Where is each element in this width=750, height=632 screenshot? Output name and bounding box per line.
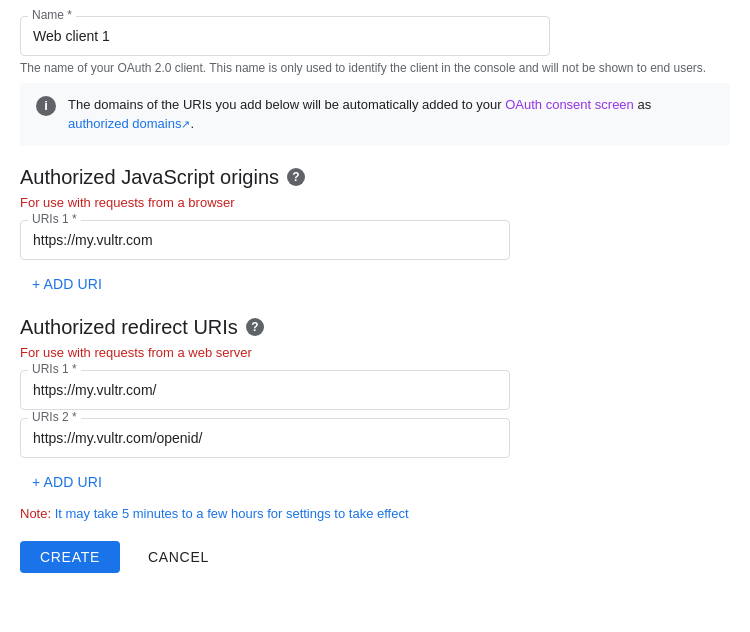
name-field-container: Name * The name of your OAuth 2.0 client… [20, 16, 730, 77]
redirect-uri-1-label-wrapper: URIs 1 * [20, 370, 730, 410]
name-helper-text: The name of your OAuth 2.0 client. This … [20, 60, 730, 77]
cancel-button[interactable]: CANCEL [136, 541, 221, 573]
js-origins-uri-1-container: URIs 1 * [20, 220, 730, 260]
js-origins-sub-label: For use with requests from a browser [20, 195, 730, 210]
name-label: Name * [28, 8, 76, 22]
redirect-uri-2-input[interactable] [20, 418, 510, 458]
info-box-text: The domains of the URIs you add below wi… [68, 95, 714, 134]
redirect-uris-heading: Authorized redirect URIs ? [20, 316, 730, 339]
js-origins-uri-1-label: URIs 1 * [28, 212, 81, 226]
redirect-uri-1-input[interactable] [20, 370, 510, 410]
authorized-domains-link[interactable]: authorized domains [68, 116, 181, 131]
redirect-uri-1-container: URIs 1 * [20, 370, 730, 410]
name-floating-label: Name * [20, 16, 730, 56]
info-box: i The domains of the URIs you add below … [20, 83, 730, 146]
js-origins-heading: Authorized JavaScript origins ? [20, 166, 730, 189]
oauth-consent-link[interactable]: OAuth consent screen [505, 97, 634, 112]
redirect-uris-add-uri-button[interactable]: + ADD URI [20, 466, 114, 498]
name-input[interactable] [20, 16, 550, 56]
redirect-uri-2-label-wrapper: URIs 2 * [20, 418, 730, 458]
redirect-uri-2-container: URIs 2 * [20, 418, 730, 458]
redirect-uri-1-label: URIs 1 * [28, 362, 81, 376]
redirect-uris-sub-label: For use with requests from a web server [20, 345, 730, 360]
js-origins-help-icon[interactable]: ? [287, 168, 305, 186]
create-button[interactable]: CREATE [20, 541, 120, 573]
redirect-uri-2-label: URIs 2 * [28, 410, 81, 424]
info-icon: i [36, 96, 56, 116]
js-origins-section: Authorized JavaScript origins ? For use … [20, 166, 730, 300]
note-text: Note: It may take 5 minutes to a few hou… [20, 506, 730, 521]
js-origins-uri-1-input[interactable] [20, 220, 510, 260]
redirect-uris-section: Authorized redirect URIs ? For use with … [20, 316, 730, 498]
js-origins-add-uri-button[interactable]: + ADD URI [20, 268, 114, 300]
actions-container: CREATE CANCEL [20, 541, 730, 573]
js-origins-uri-1-label-wrapper: URIs 1 * [20, 220, 730, 260]
redirect-uris-help-icon[interactable]: ? [246, 318, 264, 336]
